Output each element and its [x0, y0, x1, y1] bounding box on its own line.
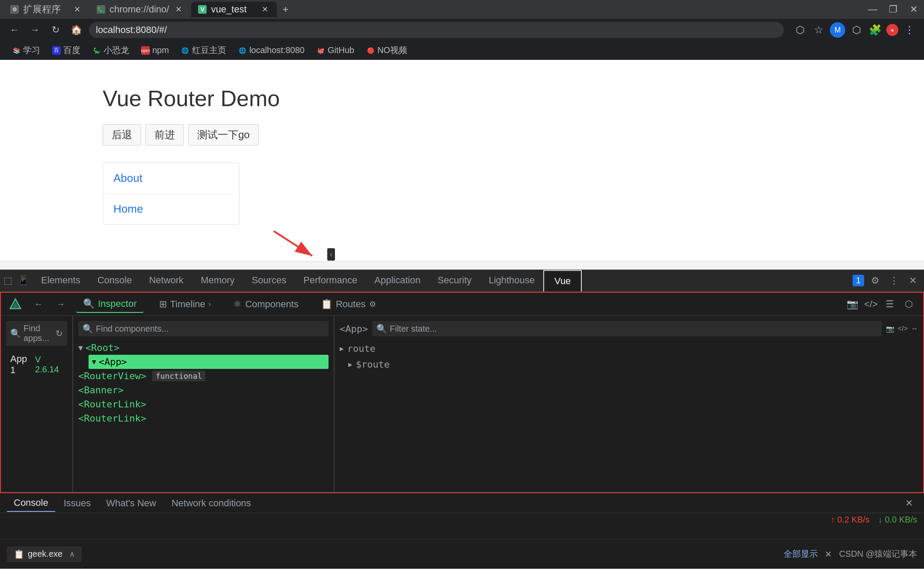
search-icon: 🔍: [10, 328, 21, 339]
tab-vue[interactable]: V vue_test ✕: [191, 2, 277, 17]
component-root[interactable]: ▼ <Root>: [78, 341, 329, 355]
bottom-tab-whatsnew[interactable]: What's New: [99, 495, 163, 511]
tab-minimize[interactable]: —: [866, 3, 880, 16]
component-routerlink2[interactable]: <RouterLink>: [78, 411, 329, 425]
bottom-tab-networkconditions[interactable]: Network conditions: [165, 495, 258, 511]
taskbar-expand-icon[interactable]: ∧: [69, 549, 75, 559]
state-code-icon[interactable]: </>: [898, 325, 908, 333]
taskbar-close-icon[interactable]: ✕: [825, 549, 832, 559]
devtools-close-icon[interactable]: ✕: [905, 273, 921, 288]
address-input[interactable]: localhost:8080/#/: [89, 22, 784, 38]
taskbar-item[interactable]: 📋 geek.exe ∧: [7, 546, 82, 562]
inspect-element-icon[interactable]: ⬚: [3, 275, 12, 286]
state-expand-icon[interactable]: ↔: [911, 325, 918, 333]
vue-tab-timeline[interactable]: ⊞ Timeline ›: [152, 296, 218, 312]
nav-back-button[interactable]: ←: [7, 22, 22, 38]
tab-maximize[interactable]: ❐: [886, 3, 900, 16]
bookmark-github[interactable]: 🐙 GitHub: [311, 44, 359, 57]
find-apps-bar[interactable]: 🔍 Find apps... ↻: [6, 321, 67, 346]
device-toolbar-icon[interactable]: 📱: [18, 275, 29, 286]
devtools-tab-security[interactable]: Security: [429, 270, 480, 292]
devtools-tab-lighthouse[interactable]: Lighthouse: [480, 270, 543, 292]
find-components-bar[interactable]: 🔍 Find components...: [78, 321, 329, 336]
bookmark-icon[interactable]: ☆: [811, 22, 826, 38]
devtools-tab-memory[interactable]: Memory: [192, 270, 243, 292]
nav-home-button[interactable]: 🏠: [68, 22, 84, 38]
bookmark-localhost[interactable]: 🌐 localhost:8080: [233, 44, 310, 57]
vue-nav-forward[interactable]: →: [54, 297, 68, 311]
nav-forward-button[interactable]: →: [27, 22, 43, 38]
page-content: Vue Router Demo 后退 前进 测试一下go About Home: [0, 60, 924, 227]
new-tab-button[interactable]: +: [278, 2, 293, 17]
component-routerview[interactable]: <RouterView> functional: [78, 369, 329, 383]
tab-extensions-close[interactable]: ✕: [72, 4, 82, 15]
component-banner[interactable]: <Banner>: [78, 383, 329, 397]
find-components-placeholder: Find components...: [96, 324, 169, 334]
vue-camera-icon[interactable]: 📷: [844, 297, 860, 312]
bottom-close-btn[interactable]: ✕: [901, 496, 917, 511]
sroute-chevron[interactable]: ▶: [348, 360, 352, 368]
state-item-sroute[interactable]: ▶ $route: [340, 356, 918, 372]
address-text: localhost:8080/#/: [96, 24, 167, 36]
vue-tab-inspector[interactable]: 🔍 Inspector: [76, 296, 144, 313]
tab-extensions[interactable]: ⚙ 扩展程序 ✕: [3, 2, 89, 17]
vue-components-panel: 🔍 Find components... ▼ <Root> ▼: [73, 316, 334, 492]
bookmark-novideo[interactable]: 🔴 NO视频: [361, 43, 412, 58]
vue-state-panel: <App> 🔍 Filter state... 📷 </> ↔: [335, 316, 923, 492]
devtools-tab-sources[interactable]: Sources: [243, 270, 295, 292]
about-link[interactable]: About: [103, 163, 239, 194]
page-buttons: 后退 前进 测试一下go: [103, 124, 821, 146]
home-link[interactable]: Home: [103, 194, 239, 224]
routes-label: Routes: [336, 299, 366, 310]
tab-dino-close[interactable]: ✕: [173, 4, 184, 15]
tab-dino[interactable]: 🦕 chrome://dino/ ✕: [90, 2, 190, 17]
vue-code-icon[interactable]: </>: [863, 297, 879, 312]
refresh-icon[interactable]: ↻: [56, 328, 63, 339]
component-app[interactable]: ▼ <App>: [78, 355, 329, 369]
forward-button[interactable]: 前进: [145, 124, 184, 146]
banner-name: <Banner>: [78, 385, 124, 395]
tab-close[interactable]: ✕: [907, 3, 921, 16]
devtools-tab-console[interactable]: Console: [89, 270, 141, 292]
tab-vue-close[interactable]: ✕: [260, 4, 270, 15]
search-components-icon: 🔍: [83, 324, 93, 334]
app-item[interactable]: App 1 V 2.6.14: [6, 350, 67, 379]
route-chevron[interactable]: ▶: [340, 344, 344, 353]
devtools-tab-performance[interactable]: Performance: [295, 270, 366, 292]
devtools-settings-icon[interactable]: ⚙: [868, 273, 883, 288]
component-routerlink1[interactable]: <RouterLink>: [78, 397, 329, 411]
test-button[interactable]: 测试一下go: [188, 124, 259, 146]
devtools-tab-network[interactable]: Network: [140, 270, 192, 292]
bookmark-xuexi[interactable]: 📚 学习: [7, 43, 45, 58]
vue-list-icon[interactable]: ☰: [882, 297, 897, 312]
app-name: App 1: [10, 353, 32, 376]
address-bar: ← → ↻ 🏠 localhost:8080/#/ ⬡ ☆ M ⬡ 🧩 ● ⋮: [0, 19, 924, 41]
share-icon[interactable]: ⬡: [792, 22, 808, 38]
bookmark-baidu[interactable]: 百 百度: [47, 43, 86, 58]
devtools-more-icon[interactable]: ⋮: [886, 273, 902, 288]
state-camera-icon[interactable]: 📷: [886, 325, 894, 333]
bookmark-github-icon: 🐙: [317, 46, 325, 55]
bookmark-dinosaur[interactable]: 🦕 小恐龙: [87, 43, 134, 58]
show-all-link[interactable]: 全部显示: [784, 548, 818, 560]
vue-tab-routes[interactable]: 📋 Routes ⚙: [314, 296, 383, 312]
devtools-tab-vue[interactable]: Vue: [543, 270, 582, 292]
extension-icon[interactable]: ⬡: [849, 22, 864, 38]
bottom-tab-console[interactable]: Console: [7, 495, 55, 512]
back-button[interactable]: 后退: [103, 124, 141, 146]
vue-open-icon[interactable]: ⬡: [901, 297, 916, 312]
profile-icon[interactable]: M: [830, 22, 845, 38]
vue-tab-components[interactable]: ⚛ Components: [226, 296, 305, 312]
bookmark-homepage[interactable]: 🌐 红豆主页: [176, 43, 231, 58]
bookmark-npm[interactable]: npm npm: [136, 44, 174, 57]
bottom-tab-issues[interactable]: Issues: [57, 495, 98, 511]
vue-nav-back[interactable]: ←: [32, 297, 45, 311]
extensions-btn[interactable]: 🧩: [868, 22, 883, 38]
settings-btn[interactable]: ⋮: [902, 22, 917, 38]
state-item-route[interactable]: ▶ route: [340, 341, 918, 356]
nav-refresh-button[interactable]: ↻: [48, 22, 63, 38]
devtools-tab-application[interactable]: Application: [366, 270, 429, 292]
devtools-tab-elements[interactable]: Elements: [33, 270, 89, 292]
filter-state-bar[interactable]: 🔍 Filter state...: [372, 321, 882, 336]
profile-circle[interactable]: ●: [886, 24, 898, 36]
